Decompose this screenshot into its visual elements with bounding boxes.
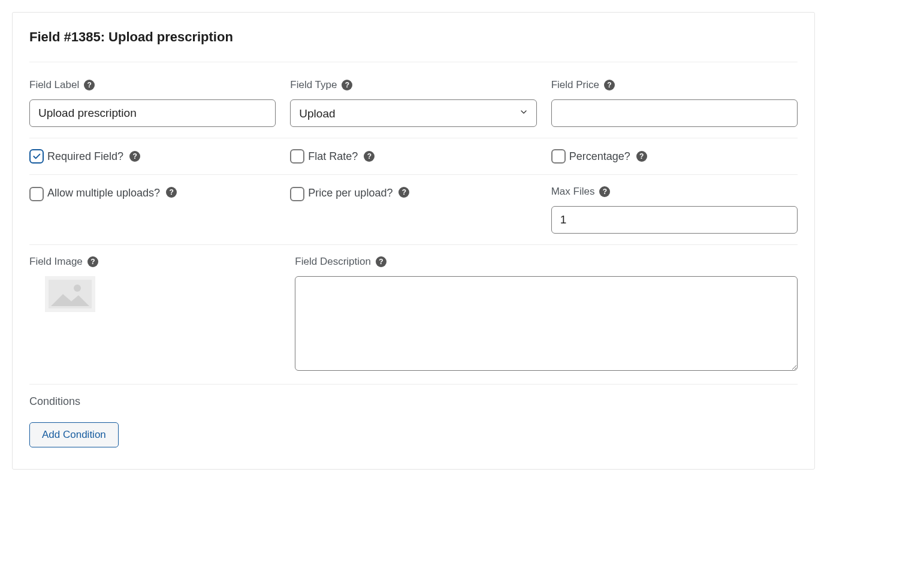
- help-icon[interactable]: ?: [166, 187, 177, 198]
- price-per-upload-label: Price per upload?: [308, 187, 392, 199]
- help-icon[interactable]: ?: [87, 256, 98, 267]
- field-price-input[interactable]: [551, 99, 798, 127]
- row-image-description: Field Image ? Field Description ?: [29, 256, 798, 385]
- field-label-text: Field Label: [29, 79, 79, 91]
- max-files-label: Max Files ?: [551, 186, 798, 198]
- flat-rate-checkbox[interactable]: [290, 149, 304, 164]
- field-image-group: Field Image ?: [29, 256, 280, 373]
- field-type-group: Field Type ? Upload: [290, 79, 536, 127]
- price-per-upload-checkbox-group: Price per upload? ?: [290, 186, 536, 234]
- help-icon[interactable]: ?: [84, 80, 95, 90]
- conditions-section: Conditions Add Condition: [29, 395, 798, 447]
- help-icon[interactable]: ?: [599, 186, 610, 197]
- max-files-text: Max Files: [551, 186, 595, 198]
- multiple-uploads-label: Allow multiple uploads?: [47, 187, 160, 199]
- help-icon[interactable]: ?: [376, 256, 386, 267]
- row-basics: Field Label ? Field Type ? Upload Field …: [29, 79, 798, 138]
- required-field-checkbox-group: Required Field? ?: [29, 149, 276, 164]
- percentage-label: Percentage?: [569, 150, 630, 163]
- field-type-select-wrap: Upload: [290, 99, 536, 127]
- field-settings-panel: Field #1385: Upload prescription Field L…: [12, 12, 815, 470]
- field-type-text: Field Type: [290, 79, 337, 91]
- help-icon[interactable]: ?: [398, 187, 409, 198]
- help-icon[interactable]: ?: [342, 80, 352, 90]
- help-icon[interactable]: ?: [129, 151, 140, 162]
- panel-title: Field #1385: Upload prescription: [29, 29, 798, 62]
- required-field-checkbox[interactable]: [29, 149, 44, 164]
- field-price-group: Field Price ?: [551, 79, 798, 127]
- required-field-label: Required Field?: [47, 150, 123, 163]
- field-label-input[interactable]: [29, 99, 276, 127]
- add-condition-button[interactable]: Add Condition: [29, 422, 119, 447]
- percentage-checkbox[interactable]: [551, 149, 566, 164]
- help-icon[interactable]: ?: [364, 151, 375, 162]
- field-description-text: Field Description: [295, 256, 371, 268]
- price-per-upload-checkbox[interactable]: [290, 187, 304, 201]
- flat-rate-checkbox-group: Flat Rate? ?: [290, 149, 536, 164]
- field-label-label: Field Label ?: [29, 79, 276, 91]
- field-price-label: Field Price ?: [551, 79, 798, 91]
- conditions-label: Conditions: [29, 395, 798, 408]
- multiple-uploads-checkbox[interactable]: [29, 187, 44, 201]
- field-description-group: Field Description ?: [295, 256, 798, 373]
- field-image-text: Field Image: [29, 256, 83, 268]
- field-label-group: Field Label ?: [29, 79, 276, 127]
- percentage-checkbox-group: Percentage? ?: [551, 149, 798, 164]
- flat-rate-label: Flat Rate?: [308, 150, 358, 163]
- field-image-label: Field Image ?: [29, 256, 280, 268]
- field-type-select[interactable]: Upload: [290, 99, 536, 127]
- field-description-textarea[interactable]: [295, 276, 798, 371]
- help-icon[interactable]: ?: [636, 151, 647, 162]
- row-upload-options: Allow multiple uploads? ? Price per uplo…: [29, 186, 798, 245]
- field-price-text: Field Price: [551, 79, 599, 91]
- svg-point-2: [74, 285, 81, 292]
- field-type-label: Field Type ?: [290, 79, 536, 91]
- max-files-input[interactable]: [551, 206, 798, 234]
- multiple-uploads-checkbox-group: Allow multiple uploads? ?: [29, 186, 276, 234]
- max-files-group: Max Files ?: [551, 186, 798, 234]
- image-placeholder-icon[interactable]: [45, 276, 95, 312]
- help-icon[interactable]: ?: [604, 80, 615, 90]
- row-flags: Required Field? ? Flat Rate? ? Percentag…: [29, 149, 798, 175]
- field-description-label: Field Description ?: [295, 256, 798, 268]
